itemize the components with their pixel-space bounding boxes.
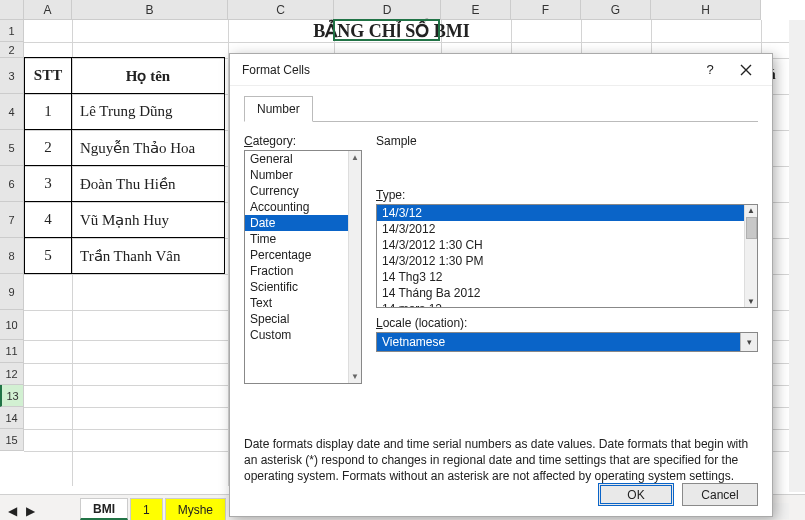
dialog-title: Format Cells <box>242 63 692 77</box>
select-all-corner[interactable] <box>0 0 24 20</box>
type-item[interactable]: 14/3/2012 <box>377 221 744 237</box>
nav-prev-icon[interactable]: ◀ <box>8 504 17 518</box>
column-header[interactable]: D <box>334 0 441 20</box>
scroll-up-icon[interactable]: ▲ <box>351 151 359 164</box>
sample-label: Sample <box>376 134 758 148</box>
table-row[interactable]: 5Trần Thanh Vân <box>25 238 225 274</box>
table-row[interactable]: 4Vũ Mạnh Huy <box>25 202 225 238</box>
cell-name[interactable]: Đoàn Thu Hiền <box>72 166 225 202</box>
format-cells-dialog: Format Cells ? Number Category: GeneralN… <box>229 53 773 517</box>
row-header[interactable]: 5 <box>0 130 24 166</box>
header-stt[interactable]: STT <box>25 58 72 94</box>
locale-label: Locale (location): <box>376 316 758 330</box>
table-row[interactable]: 3Đoàn Thu Hiền <box>25 166 225 202</box>
row-header[interactable]: 12 <box>0 363 24 385</box>
type-item[interactable]: 14/3/12 <box>377 205 744 221</box>
row-header[interactable]: 6 <box>0 166 24 202</box>
cancel-button[interactable]: Cancel <box>682 483 758 506</box>
sheet-tab[interactable]: Myshe <box>165 498 226 520</box>
row-header[interactable]: 2 <box>0 42 24 58</box>
category-item[interactable]: Percentage <box>245 247 348 263</box>
cell-name[interactable]: Vũ Mạnh Huy <box>72 202 225 238</box>
column-header[interactable]: E <box>441 0 511 20</box>
scroll-thumb[interactable] <box>746 217 757 239</box>
row-header[interactable]: 11 <box>0 340 24 363</box>
type-item[interactable]: 14/3/2012 1:30 PM <box>377 253 744 269</box>
category-item[interactable]: Text <box>245 295 348 311</box>
type-item[interactable]: 14 Thg3 12 <box>377 269 744 285</box>
title-cell[interactable]: BẢNG CHỈ SỐ BMI <box>24 20 759 42</box>
locale-combobox[interactable]: Vietnamese ▾ <box>376 332 758 352</box>
category-listbox[interactable]: GeneralNumberCurrencyAccountingDateTimeP… <box>244 150 362 384</box>
tab-number[interactable]: Number <box>244 96 313 122</box>
cell-name[interactable]: Trần Thanh Vân <box>72 238 225 274</box>
sheet-nav-buttons[interactable]: ◀ ▶ <box>8 504 35 518</box>
type-scrollbar[interactable]: ▲ ▼ <box>744 205 757 307</box>
dialog-tabs: Number <box>244 96 758 122</box>
scroll-down-icon[interactable]: ▼ <box>747 296 755 307</box>
table-header-row[interactable]: STT Họ tên <box>25 58 225 94</box>
nav-next-icon[interactable]: ▶ <box>26 504 35 518</box>
category-item[interactable]: Currency <box>245 183 348 199</box>
description-text: Date formats display date and time seria… <box>244 436 758 485</box>
category-item[interactable]: Number <box>245 167 348 183</box>
category-item[interactable]: Fraction <box>245 263 348 279</box>
row-header[interactable]: 3 <box>0 58 24 94</box>
column-header[interactable]: B <box>72 0 228 20</box>
row-header[interactable]: 8 <box>0 238 24 274</box>
row-headers: 123456789101112131415 <box>0 20 24 451</box>
type-item[interactable]: 14 Tháng Ba 2012 <box>377 285 744 301</box>
row-header[interactable]: 7 <box>0 202 24 238</box>
column-header[interactable]: G <box>581 0 651 20</box>
type-item[interactable]: 14 mars 12 <box>377 301 744 307</box>
ok-button[interactable]: OK <box>598 483 674 506</box>
cell-stt[interactable]: 3 <box>25 166 72 202</box>
row-header[interactable]: 1 <box>0 20 24 42</box>
scroll-up-icon[interactable]: ▲ <box>747 205 755 216</box>
column-header[interactable]: C <box>228 0 334 20</box>
sheet-tab[interactable]: BMI <box>80 498 128 520</box>
category-item[interactable]: Custom <box>245 327 348 343</box>
header-hoten[interactable]: Họ tên <box>72 58 225 94</box>
cell-name[interactable]: Nguyễn Thảo Hoa <box>72 130 225 166</box>
cell-stt[interactable]: 2 <box>25 130 72 166</box>
type-item[interactable]: 14/3/2012 1:30 CH <box>377 237 744 253</box>
category-item[interactable]: Special <box>245 311 348 327</box>
help-button[interactable]: ? <box>692 56 728 84</box>
table-row[interactable]: 1Lê Trung Dũng <box>25 94 225 130</box>
category-item[interactable]: Date <box>245 215 348 231</box>
column-header[interactable]: F <box>511 0 581 20</box>
chevron-down-icon[interactable]: ▾ <box>740 333 757 351</box>
locale-value: Vietnamese <box>377 333 740 351</box>
data-table[interactable]: STT Họ tên 1Lê Trung Dũng2Nguyễn Thảo Ho… <box>24 57 225 274</box>
scroll-down-icon[interactable]: ▼ <box>351 370 359 383</box>
cell-stt[interactable]: 1 <box>25 94 72 130</box>
category-item[interactable]: Scientific <box>245 279 348 295</box>
type-listbox[interactable]: 14/3/1214/3/201214/3/2012 1:30 CH14/3/20… <box>376 204 758 308</box>
category-item[interactable]: Accounting <box>245 199 348 215</box>
category-label: Category: <box>244 134 362 148</box>
cell-stt[interactable]: 5 <box>25 238 72 274</box>
cell-name[interactable]: Lê Trung Dũng <box>72 94 225 130</box>
close-icon <box>740 64 752 76</box>
row-header[interactable]: 4 <box>0 94 24 130</box>
category-scrollbar[interactable]: ▲ ▼ <box>348 151 361 383</box>
column-headers: ABCDEFGH <box>0 0 805 20</box>
cell-stt[interactable]: 4 <box>25 202 72 238</box>
table-row[interactable]: 2Nguyễn Thảo Hoa <box>25 130 225 166</box>
sheet-tab[interactable]: 1 <box>130 498 163 520</box>
row-header[interactable]: 15 <box>0 429 24 451</box>
category-item[interactable]: General <box>245 151 348 167</box>
type-label: Type: <box>376 188 758 202</box>
vertical-scrollbar[interactable] <box>789 20 805 492</box>
sample-box <box>376 150 758 178</box>
row-header[interactable]: 13 <box>0 385 24 407</box>
column-header[interactable]: H <box>651 0 761 20</box>
close-button[interactable] <box>728 56 764 84</box>
category-item[interactable]: Time <box>245 231 348 247</box>
column-header[interactable]: A <box>24 0 72 20</box>
row-header[interactable]: 10 <box>0 310 24 340</box>
dialog-titlebar[interactable]: Format Cells ? <box>230 54 772 86</box>
row-header[interactable]: 9 <box>0 274 24 310</box>
row-header[interactable]: 14 <box>0 407 24 429</box>
